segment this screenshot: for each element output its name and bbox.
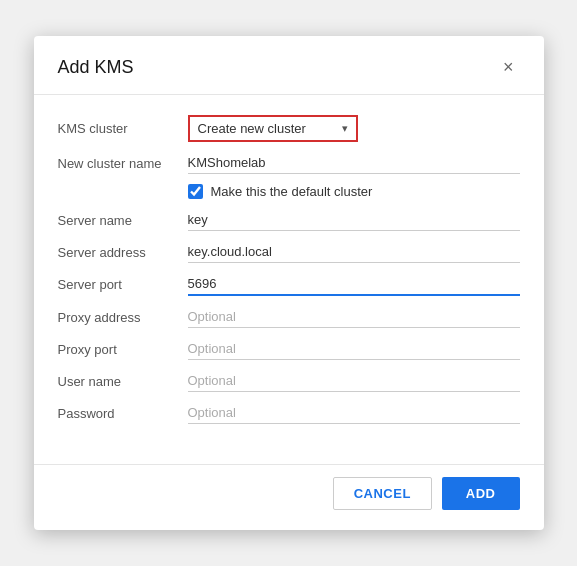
- proxy-port-input[interactable]: [188, 338, 520, 360]
- new-cluster-name-control: [188, 152, 520, 174]
- add-button[interactable]: ADD: [442, 477, 520, 510]
- proxy-address-control: [188, 306, 520, 328]
- user-name-input[interactable]: [188, 370, 520, 392]
- server-address-row: Server address: [58, 241, 520, 263]
- server-port-row: Server port: [58, 273, 520, 296]
- password-control: [188, 402, 520, 424]
- user-name-control: [188, 370, 520, 392]
- proxy-address-input[interactable]: [188, 306, 520, 328]
- kms-cluster-control: Create new cluster ▾: [188, 115, 520, 142]
- dialog-title: Add KMS: [58, 57, 134, 78]
- proxy-address-row: Proxy address: [58, 306, 520, 328]
- server-port-label: Server port: [58, 277, 188, 292]
- password-input[interactable]: [188, 402, 520, 424]
- server-name-input[interactable]: [188, 209, 520, 231]
- proxy-port-label: Proxy port: [58, 342, 188, 357]
- dialog-body: KMS cluster Create new cluster ▾ New clu…: [34, 95, 544, 454]
- server-name-control: [188, 209, 520, 231]
- new-cluster-name-row: New cluster name: [58, 152, 520, 174]
- password-label: Password: [58, 406, 188, 421]
- server-port-control: [188, 273, 520, 296]
- server-name-row: Server name: [58, 209, 520, 231]
- dialog-footer: CANCEL ADD: [34, 464, 544, 530]
- server-address-control: [188, 241, 520, 263]
- new-cluster-name-label: New cluster name: [58, 156, 188, 171]
- default-cluster-row: Make this the default cluster: [188, 184, 520, 199]
- default-cluster-label: Make this the default cluster: [211, 184, 373, 199]
- kms-cluster-label: KMS cluster: [58, 121, 188, 136]
- kms-cluster-dropdown[interactable]: Create new cluster ▾: [188, 115, 358, 142]
- server-name-label: Server name: [58, 213, 188, 228]
- close-button[interactable]: ×: [497, 56, 520, 78]
- new-cluster-name-input[interactable]: [188, 152, 520, 174]
- server-address-label: Server address: [58, 245, 188, 260]
- chevron-down-icon: ▾: [342, 122, 348, 135]
- default-cluster-checkbox[interactable]: [188, 184, 203, 199]
- proxy-address-label: Proxy address: [58, 310, 188, 325]
- add-kms-dialog: Add KMS × KMS cluster Create new cluster…: [34, 36, 544, 530]
- proxy-port-control: [188, 338, 520, 360]
- cancel-button[interactable]: CANCEL: [333, 477, 432, 510]
- server-address-input[interactable]: [188, 241, 520, 263]
- password-row: Password: [58, 402, 520, 424]
- server-port-input[interactable]: [188, 273, 520, 296]
- kms-cluster-row: KMS cluster Create new cluster ▾: [58, 115, 520, 142]
- proxy-port-row: Proxy port: [58, 338, 520, 360]
- user-name-label: User name: [58, 374, 188, 389]
- dialog-header: Add KMS ×: [34, 36, 544, 95]
- user-name-row: User name: [58, 370, 520, 392]
- kms-cluster-dropdown-value: Create new cluster: [198, 121, 336, 136]
